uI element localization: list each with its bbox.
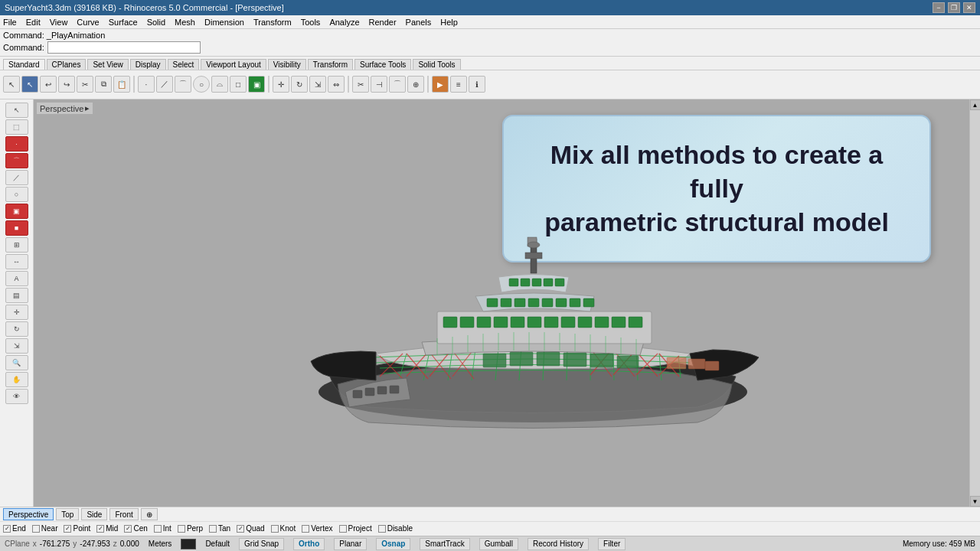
tb-circle-icon[interactable]: ○ <box>193 76 210 93</box>
tb-surf-icon[interactable]: ▣ <box>248 76 265 93</box>
tab-display[interactable]: Display <box>130 59 166 70</box>
snap-end-checkbox[interactable] <box>3 525 11 533</box>
viewport-dropdown-icon[interactable]: ▸ <box>85 103 90 113</box>
viewport-tab-side[interactable]: Side <box>81 508 107 520</box>
sidebar-text-icon[interactable]: A <box>5 271 28 286</box>
osnap-button[interactable]: Osnap <box>376 538 410 550</box>
sidebar-hatch-icon[interactable]: ▤ <box>5 288 28 303</box>
tb-rect-icon[interactable]: □ <box>230 76 247 93</box>
gumball-button[interactable]: Gumball <box>479 538 518 550</box>
tab-cplanes[interactable]: CPlanes <box>47 59 87 70</box>
tb-boolean-icon[interactable]: ⊕ <box>407 76 424 93</box>
snap-end[interactable]: End <box>3 524 26 533</box>
snap-disable-checkbox[interactable] <box>378 525 386 533</box>
viewport-tab-add[interactable]: ⊕ <box>141 508 158 520</box>
menu-mesh[interactable]: Mesh <box>175 18 195 27</box>
sidebar-pan-icon[interactable]: ✋ <box>5 372 28 387</box>
viewport-scrollbar[interactable]: ▲ ▼ <box>969 99 980 507</box>
record-history-button[interactable]: Record History <box>528 538 589 550</box>
snap-point[interactable]: Point <box>64 524 90 533</box>
menu-help[interactable]: Help <box>440 18 458 27</box>
smarttrack-button[interactable]: SmartTrack <box>420 538 469 550</box>
sidebar-mesh-icon[interactable]: ⊞ <box>5 237 28 253</box>
menu-curve[interactable]: Curve <box>77 18 99 27</box>
tb-layer-icon[interactable]: ≡ <box>450 76 467 93</box>
viewport-tab-perspective[interactable]: Perspective <box>3 508 54 520</box>
viewport-tab-front[interactable]: Front <box>109 508 138 520</box>
menu-solid[interactable]: Solid <box>147 18 165 27</box>
snap-perp-checkbox[interactable] <box>178 525 185 533</box>
tb-mirror-icon[interactable]: ⇔ <box>328 76 345 93</box>
menu-surface[interactable]: Surface <box>109 18 138 27</box>
tb-cut-icon[interactable]: ✂ <box>77 76 93 93</box>
sidebar-dim-icon[interactable]: ↔ <box>5 254 28 269</box>
menu-dimension[interactable]: Dimension <box>204 18 244 27</box>
menu-view[interactable]: View <box>50 18 68 27</box>
ortho-button[interactable]: Ortho <box>293 538 325 550</box>
sidebar-curve-red-icon[interactable]: ⌒ <box>5 153 28 168</box>
tb-line-icon[interactable]: ／ <box>156 76 173 93</box>
snap-int[interactable]: Int <box>154 524 172 533</box>
sidebar-select-icon[interactable]: ↖ <box>5 103 28 118</box>
sidebar-point-red-icon[interactable]: · <box>5 136 28 152</box>
snap-near-checkbox[interactable] <box>32 525 40 533</box>
scroll-down-button[interactable]: ▼ <box>970 496 981 507</box>
menu-tools[interactable]: Tools <box>301 18 321 27</box>
tb-scale-icon[interactable]: ⇲ <box>309 76 326 93</box>
scroll-up-button[interactable]: ▲ <box>970 99 981 110</box>
sidebar-move-icon[interactable]: ✛ <box>5 305 28 320</box>
viewport[interactable]: Perspective ▸ Mix all methods to create … <box>34 99 969 507</box>
sidebar-select2-icon[interactable]: ⬚ <box>5 119 28 135</box>
sidebar-line-icon[interactable]: ／ <box>5 170 28 185</box>
snap-knot-checkbox[interactable] <box>271 525 279 533</box>
tb-extend-icon[interactable]: ⊣ <box>371 76 387 93</box>
snap-tan[interactable]: Tan <box>209 524 230 533</box>
tab-transform[interactable]: Transform <box>308 59 353 70</box>
snap-mid[interactable]: Mid <box>96 524 118 533</box>
tb-properties-icon[interactable]: ℹ <box>469 76 485 93</box>
menu-transform[interactable]: Transform <box>253 18 292 27</box>
command-input[interactable] <box>47 41 201 54</box>
snap-project[interactable]: Project <box>339 524 372 533</box>
snap-int-checkbox[interactable] <box>154 525 162 533</box>
snap-quad-checkbox[interactable] <box>237 525 244 533</box>
tab-select[interactable]: Select <box>168 59 200 70</box>
snap-cen-checkbox[interactable] <box>124 525 132 533</box>
tb-arc-icon[interactable]: ⌓ <box>211 76 228 93</box>
tb-rotate-icon[interactable]: ↻ <box>291 76 308 93</box>
snap-perp[interactable]: Perp <box>178 524 203 533</box>
snap-vertex-checkbox[interactable] <box>302 525 309 533</box>
menu-edit[interactable]: Edit <box>26 18 41 27</box>
minimize-button[interactable]: − <box>933 2 945 13</box>
snap-disable[interactable]: Disable <box>378 524 413 533</box>
tab-viewport-layout[interactable]: Viewport Layout <box>201 59 266 70</box>
tab-surface-tools[interactable]: Surface Tools <box>354 59 411 70</box>
tab-setview[interactable]: Set View <box>87 59 128 70</box>
close-button[interactable]: ✕ <box>963 2 975 13</box>
tb-select2-icon[interactable]: ↖ <box>21 76 38 93</box>
snap-point-checkbox[interactable] <box>64 525 71 533</box>
tab-solid-tools[interactable]: Solid Tools <box>413 59 460 70</box>
sidebar-view-icon[interactable]: 👁 <box>5 389 28 404</box>
tb-polyline-icon[interactable]: ⌒ <box>175 76 191 93</box>
sidebar-scale-icon[interactable]: ⇲ <box>5 338 28 354</box>
snap-near[interactable]: Near <box>32 524 58 533</box>
menu-panels[interactable]: Panels <box>406 18 432 27</box>
sidebar-zoom-icon[interactable]: 🔍 <box>5 355 28 370</box>
sidebar-rotate-icon[interactable]: ↻ <box>5 321 28 337</box>
menu-analyze[interactable]: Analyze <box>329 18 359 27</box>
tb-copy-icon[interactable]: ⧉ <box>95 76 112 93</box>
snap-knot[interactable]: Knot <box>271 524 296 533</box>
tb-redo-icon[interactable]: ↪ <box>58 76 75 93</box>
snap-cen[interactable]: Cen <box>124 524 147 533</box>
tb-point-icon[interactable]: · <box>138 76 155 93</box>
snap-quad[interactable]: Quad <box>237 524 264 533</box>
tb-move-icon[interactable]: ✛ <box>273 76 289 93</box>
sidebar-circle-icon[interactable]: ○ <box>5 187 28 202</box>
tb-select-icon[interactable]: ↖ <box>3 76 20 93</box>
menu-render[interactable]: Render <box>369 18 397 27</box>
snap-mid-checkbox[interactable] <box>96 525 104 533</box>
tb-paste-icon[interactable]: 📋 <box>113 76 130 93</box>
snap-tan-checkbox[interactable] <box>209 525 217 533</box>
tb-undo-icon[interactable]: ↩ <box>40 76 57 93</box>
